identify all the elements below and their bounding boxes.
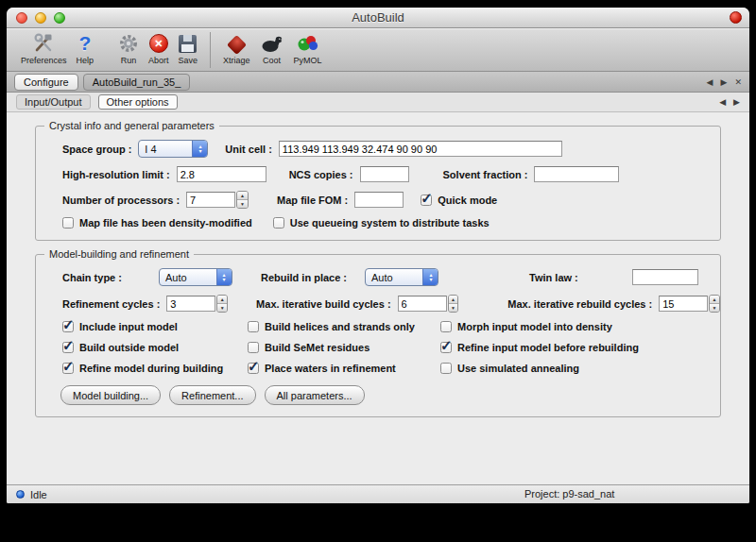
refinement-button[interactable]: Refinement...	[169, 385, 255, 405]
preferences-button[interactable]: Preferences	[16, 30, 72, 65]
rebuild-cycles-stepper[interactable]: ▲▼	[709, 295, 720, 313]
checkbox-label: Include input model	[79, 321, 178, 332]
tool-label: Save	[179, 56, 198, 65]
window-controls	[16, 12, 65, 24]
chain-type-select[interactable]: Auto ▲▼	[159, 268, 232, 286]
subtab-next-icon[interactable]: ▶	[733, 97, 740, 107]
status-text: Idle	[30, 489, 47, 500]
save-button[interactable]: Save	[174, 30, 203, 65]
model-legend: Model-building and refinement	[44, 248, 194, 260]
statusbar: Idle Project: p9-sad_nat	[7, 484, 749, 503]
checkbox-label: Build helices and strands only	[265, 321, 415, 332]
tool-label: Help	[77, 56, 94, 65]
all-parameters-button[interactable]: All parameters...	[265, 385, 365, 405]
checkbox-icon	[421, 195, 432, 206]
cb-place-waters[interactable]: Place waters in refinement	[248, 363, 440, 374]
num-processors-stepper[interactable]: ▲▼	[236, 191, 249, 209]
cb-build-semet-residues[interactable]: Build SeMet residues	[248, 342, 440, 353]
quick-mode-checkbox[interactable]: Quick mode	[421, 195, 497, 206]
titlebar: AutoBuild	[7, 8, 749, 28]
refinement-cycles-label: Refinement cycles :	[62, 298, 160, 310]
ncs-copies-input[interactable]	[360, 166, 409, 182]
checkbox-label: Morph input model into density	[457, 321, 612, 332]
tab-other-options[interactable]: Other options	[98, 94, 178, 110]
subtab-prev-icon[interactable]: ◀	[719, 97, 726, 107]
cb-refine-input-model[interactable]: Refine input model before rebuilding	[440, 342, 720, 353]
rebuild-cycles-label: Max. iterative rebuild cycles :	[507, 298, 652, 310]
popup-arrows-icon: ▲▼	[216, 269, 232, 285]
window-title: AutoBuild	[352, 10, 404, 25]
red-status-icon[interactable]	[730, 11, 742, 24]
high-res-input[interactable]	[177, 166, 266, 182]
chain-type-value: Auto	[160, 272, 216, 283]
density-modified-checkbox[interactable]: Map file has been density-modified	[62, 217, 252, 229]
tool-label: Xtriage	[223, 56, 250, 65]
space-group-row: Space group : I 4 ▲▼ Unit cell :	[62, 140, 720, 158]
rebuild-in-place-select[interactable]: Auto ▲▼	[365, 268, 438, 286]
refinement-cycles-stepper[interactable]: ▲▼	[216, 295, 228, 313]
queueing-checkbox[interactable]: Use queueing system to distribute tasks	[273, 217, 490, 229]
checkbox-icon	[440, 342, 452, 353]
chain-type-label: Chain type :	[62, 272, 122, 283]
chain-type-row: Chain type : Auto ▲▼ Rebuild in place : …	[62, 268, 720, 286]
popup-arrows-icon: ▲▼	[192, 141, 207, 157]
coot-button[interactable]: Coot	[255, 30, 289, 65]
rebuild-cycles-input[interactable]	[659, 296, 708, 312]
run-button[interactable]: Run	[113, 30, 144, 65]
cycles-row: Refinement cycles : ▲▼ Max. iterative bu…	[62, 295, 720, 313]
tab-close-icon[interactable]: ✕	[734, 77, 742, 87]
abort-button[interactable]: ✕ Abort	[144, 30, 174, 65]
cb-include-input-model[interactable]: Include input model	[62, 321, 248, 332]
resolution-row: High-resolution limit : NCS copies : Sol…	[62, 166, 720, 182]
tool-label: Abort	[148, 56, 169, 65]
tab-input-output[interactable]: Input/Output	[16, 94, 91, 110]
coot-icon	[260, 31, 284, 56]
pymol-icon	[296, 31, 320, 56]
minimize-button[interactable]	[35, 12, 46, 24]
num-processors-input[interactable]	[186, 192, 235, 208]
unit-cell-input[interactable]	[279, 141, 562, 157]
refinement-cycles-input[interactable]	[166, 296, 215, 312]
help-button[interactable]: ? Help	[72, 30, 99, 65]
twin-law-input[interactable]	[632, 269, 698, 285]
build-cycles-stepper[interactable]: ▲▼	[448, 295, 459, 313]
screen: AutoBuild Preferences ? Help	[0, 0, 756, 542]
abort-icon-wrap: ✕	[149, 31, 168, 56]
zoom-button[interactable]	[54, 12, 65, 24]
save-icon	[179, 35, 197, 53]
rebuild-in-place-label: Rebuild in place :	[261, 272, 347, 283]
tab-next-icon[interactable]: ▶	[721, 77, 728, 87]
density-modified-label: Map file has been density-modified	[79, 217, 252, 229]
checkbox-label: Place waters in refinement	[265, 363, 396, 374]
help-icon: ?	[78, 31, 91, 56]
abort-icon: ✕	[149, 34, 168, 53]
project-label: Project: p9-sad_nat	[524, 488, 614, 500]
app-window: AutoBuild Preferences ? Help	[7, 8, 749, 503]
sub-tab-bar: Input/Output Other options ◀ ▶	[7, 93, 749, 112]
save-icon-wrap	[179, 31, 197, 56]
tool-label: Coot	[263, 56, 281, 65]
model-building-button[interactable]: Model building...	[60, 385, 161, 405]
xtriage-button[interactable]: Xtriage	[218, 30, 255, 65]
solvent-fraction-input[interactable]	[534, 166, 619, 182]
space-group-select[interactable]: I 4 ▲▼	[138, 140, 208, 158]
main-tab-bar: Configure AutoBuild_run_35_ ◀ ▶ ✕	[7, 72, 749, 93]
tab-configure[interactable]: Configure	[14, 74, 78, 91]
close-button[interactable]	[16, 12, 27, 24]
tab-autobuild-run-35[interactable]: AutoBuild_run_35_	[83, 74, 191, 91]
cb-morph-input-model[interactable]: Morph input model into density	[440, 321, 720, 332]
cb-refine-during-building[interactable]: Refine model during building	[62, 363, 248, 374]
cb-simulated-annealing[interactable]: Use simulated annealing	[440, 363, 720, 374]
popup-arrows-icon: ▲▼	[422, 269, 438, 285]
map-fom-label: Map file FOM :	[277, 195, 348, 206]
cb-build-outside-model[interactable]: Build outside model	[62, 342, 248, 353]
cb-build-helices-strands[interactable]: Build helices and strands only	[248, 321, 440, 332]
sub-tab-nav: ◀ ▶	[719, 97, 740, 107]
checkbox-icon	[62, 342, 74, 353]
pymol-button[interactable]: PyMOL	[289, 30, 327, 65]
processors-row: Number of processors : ▲▼ Map file FOM :…	[62, 191, 720, 209]
tab-prev-icon[interactable]: ◀	[707, 77, 713, 87]
build-cycles-input[interactable]	[398, 296, 447, 312]
model-groupbox: Model-building and refinement Chain type…	[35, 254, 721, 417]
map-fom-input[interactable]	[354, 192, 404, 208]
